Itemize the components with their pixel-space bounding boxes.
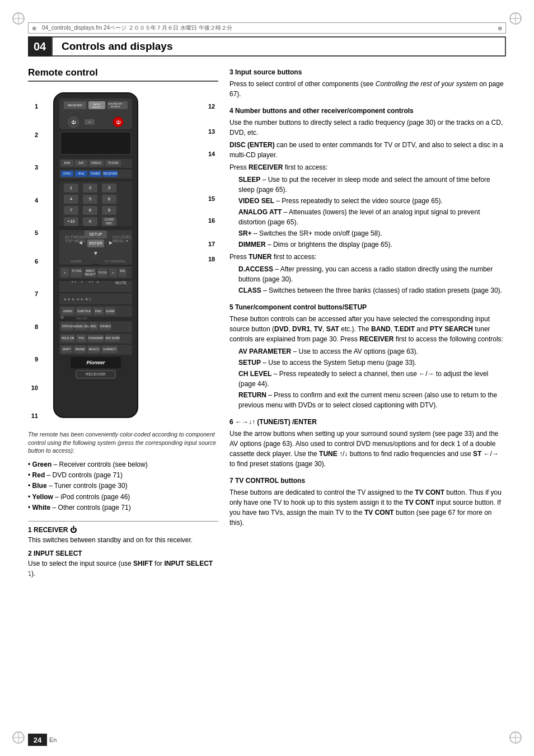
color-item-white: White – Other controls (page 71) — [28, 503, 218, 513]
svg-text:▼: ▼ — [93, 250, 99, 256]
left-labels: 1 2 3 4 5 6 7 8 9 10 11 — [28, 87, 38, 425]
section-4-disc: DISC (ENTER) can be used to enter comman… — [229, 140, 506, 160]
svg-text:SAT: SAT — [78, 161, 83, 165]
corner-mark-tr — [507, 10, 524, 27]
svg-text:⏻: ⏻ — [116, 120, 121, 125]
right-column: 3 Input source buttons Press to select c… — [229, 67, 506, 722]
svg-text:RECEIVER: RECEIVER — [68, 104, 82, 107]
page-suffix: En — [49, 736, 57, 743]
svg-text:SUBTITLE: SUBTITLE — [77, 309, 91, 313]
crosshair-icon: ⊕ — [32, 25, 36, 31]
svg-text:SIGNAL SEL: SIGNAL SEL — [73, 325, 90, 328]
svg-text:►: ► — [81, 280, 83, 283]
svg-text:7: 7 — [70, 208, 73, 213]
svg-text:DRC: DRC — [91, 325, 97, 328]
svg-text:RECEIVER: RECEIVER — [86, 372, 106, 376]
svg-text:CLASS: CLASS — [105, 218, 114, 221]
svg-rect-28 — [60, 132, 131, 154]
section-4-sleep: SLEEP – Use to put the receiver in sleep… — [238, 175, 506, 195]
svg-text:VIDEO1: VIDEO1 — [91, 161, 102, 165]
section-2: 2 INPUT SELECT Use to select the input s… — [28, 550, 218, 579]
svg-text:SELECT: SELECT — [92, 106, 101, 109]
file-info-text: 04_controls_displays.fm 24ページ ２００５年７月６日 … — [42, 24, 232, 32]
section-5-header: 5 Tuner/component control buttons/SETUP — [229, 302, 506, 312]
chapter-number: 04 — [28, 36, 51, 57]
svg-text:2: 2 — [89, 185, 92, 190]
color-item-yellow: Yellow – iPod controls (page 46) — [28, 492, 218, 503]
svg-text:ENTER: ENTER — [89, 241, 102, 245]
svg-text:AUDIO: AUDIO — [63, 309, 72, 313]
svg-text:DISC: DISC — [106, 222, 113, 225]
corner-mark-bl — [10, 729, 27, 746]
remote-control-title: Remote control — [28, 67, 218, 82]
svg-text:CH LEVEL: CH LEVEL — [113, 235, 132, 239]
svg-text:SELECT: SELECT — [85, 273, 95, 276]
svg-text:GUIDE: GUIDE — [71, 260, 81, 263]
page-footer: 24 En — [28, 734, 57, 746]
svg-text:PHASE: PHASE — [76, 348, 86, 351]
svg-text:6: 6 — [108, 196, 111, 201]
right-section-6: 6 ←→↓↑ (TUNE/ST) /ENTER Use the arrow bu… — [229, 417, 506, 469]
section-4-dimmer: DIMMER – Dims or brightens the display (… — [238, 240, 506, 250]
section-4-class: CLASS – Switches between the three banks… — [238, 285, 506, 295]
section-5-setup: SETUP – Use to access the System Setup m… — [238, 358, 506, 368]
section-7-body: These buttons are dedicated to control t… — [229, 487, 506, 528]
left-column: Remote control 1 2 3 4 5 6 7 8 9 10 11 — [28, 67, 218, 722]
svg-text:5: 5 — [89, 196, 92, 201]
svg-text:✈: ✈ — [88, 120, 91, 124]
svg-text:STEREO: STEREO — [100, 325, 111, 328]
file-info-bar: ⊕ 04_controls_displays.fm 24ページ ２００５年７月６… — [28, 22, 506, 34]
section-5-av-param: AV PARAMETER – Use to access the AV opti… — [238, 346, 506, 356]
svg-text:+: + — [112, 271, 114, 274]
svg-text:DVR1: DVR1 — [63, 172, 71, 175]
svg-text:MCACC: MCACC — [89, 348, 100, 351]
svg-text:⏻: ⏻ — [71, 120, 76, 125]
section-4-sr-plus: SR+ – Switches the SR+ mode on/off (page… — [238, 228, 506, 238]
svg-text:VOL: VOL — [120, 269, 125, 273]
remote-container: 1 2 3 4 5 6 7 8 9 10 11 — [28, 87, 218, 425]
color-item-red: Red – DVD controls (page 71) — [28, 470, 218, 481]
page-number: 24 — [28, 734, 47, 746]
svg-text:DVD: DVD — [64, 161, 71, 165]
svg-text:SHIFT: SHIFT — [63, 348, 71, 351]
right-section-7: 7 TV CONTROL buttons These buttons are d… — [229, 476, 506, 528]
svg-text:Pioneer: Pioneer — [86, 360, 105, 365]
svg-text:1: 1 — [70, 185, 73, 190]
section-4-intro: Use the number buttons to directly selec… — [229, 118, 506, 138]
color-item-blue: Blue – Tuner controls (page 30) — [28, 481, 218, 491]
section-4-daccess: D.ACCESS – After pressing, you can acces… — [238, 264, 506, 284]
svg-point-120 — [60, 316, 64, 319]
svg-text:◄: ◄ — [78, 240, 83, 246]
section-3-header: 3 Input source buttons — [229, 67, 506, 77]
right-section-5: 5 Tuner/component control buttons/SETUP … — [229, 302, 506, 410]
svg-text:◄◄: ◄◄ — [71, 280, 76, 283]
svg-text:9: 9 — [108, 208, 111, 213]
svg-text:4: 4 — [70, 196, 73, 201]
svg-text:►►: ►► — [88, 280, 94, 283]
svg-text:TV CONTROL: TV CONTROL — [105, 260, 127, 263]
svg-text:GUIDE: GUIDE — [106, 309, 115, 313]
section-4-header: 4 Number buttons and other receiver/comp… — [229, 106, 506, 116]
svg-text:ADV SURR: ADV SURR — [105, 336, 120, 340]
svg-text:►: ► — [108, 240, 114, 246]
section-3-body: Press to select control of other compone… — [229, 79, 506, 99]
section-4-video-sel: VIDEO SEL – Press repeatedly to select t… — [238, 196, 506, 206]
svg-text:iPod: iPod — [78, 172, 84, 175]
svg-text:TV DVD: TV DVD — [108, 161, 119, 165]
svg-text:RECEIVER: RECEIVER — [103, 172, 118, 175]
remote-image: RECEIVER INPUT SELECT SYSTEM OFF SOURCE … — [43, 87, 204, 425]
right-section-3: 3 Input source buttons Press to select c… — [229, 67, 506, 99]
section-4-analog-att: ANALOG ATT – Attenuates (lowers) the lev… — [238, 207, 506, 227]
section-1: 1 RECEIVER ⏻ This switches between stand… — [28, 526, 218, 545]
svg-text:S.DIRECT: S.DIRECT — [103, 348, 116, 351]
right-labels: 12 13 14 15 16 17 18 — [208, 87, 218, 425]
svg-text:THX: THX — [78, 336, 85, 340]
section-5-return: RETURN – Press to confirm and exit the c… — [238, 390, 506, 410]
color-code-list: Green – Receiver controls (see below) Re… — [28, 459, 218, 513]
section-4-press-receiver: Press RECEIVER first to access: — [229, 162, 506, 172]
section-6-header: 6 ←→↓↑ (TUNE/ST) /ENTER — [229, 417, 506, 427]
svg-text:STATUS: STATUS — [62, 325, 73, 328]
section-5-ch-level: CH LEVEL – Press repeatedly to select a … — [238, 369, 506, 389]
svg-text:+10: +10 — [67, 219, 75, 224]
svg-text:MUTE: MUTE — [115, 281, 127, 285]
